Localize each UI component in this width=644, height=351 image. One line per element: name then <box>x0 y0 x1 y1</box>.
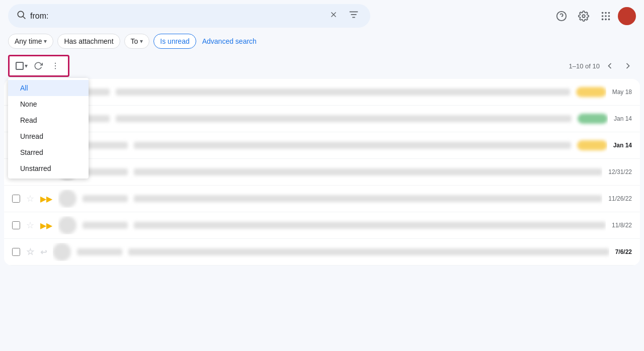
email-checkbox[interactable] <box>12 248 20 256</box>
email-list-wrapper: ☆ May 18 ☆ Jan 14 ★ ▶▶ <box>0 79 644 266</box>
email-checkbox[interactable] <box>12 195 20 203</box>
svg-point-18 <box>608 18 610 20</box>
email-date: Jan 14 <box>613 142 632 149</box>
sender-avatar <box>53 243 71 261</box>
email-date: 11/8/22 <box>612 222 632 229</box>
email-subject <box>128 248 609 255</box>
star-icon[interactable]: ☆ <box>26 193 34 204</box>
svg-point-20 <box>55 65 56 66</box>
dropdown-item-read[interactable]: Read <box>8 112 89 128</box>
to-arrow-icon: ▾ <box>140 38 143 45</box>
svg-point-17 <box>605 18 607 20</box>
email-tag <box>577 140 607 150</box>
more-options-button[interactable] <box>49 59 62 72</box>
email-subject <box>116 89 570 96</box>
settings-button[interactable] <box>574 6 594 26</box>
any-time-label: Any time <box>15 37 42 45</box>
dropdown-item-none[interactable]: None <box>8 96 89 112</box>
email-row[interactable]: ☆ Jan 14 <box>4 106 640 132</box>
has-attachment-chip[interactable]: Has attachment <box>57 34 120 49</box>
email-row[interactable]: ☆ ▶▶ 11/8/22 <box>4 212 640 239</box>
email-tag <box>576 87 606 97</box>
checkbox-wrapper[interactable]: ▾ <box>16 62 28 70</box>
email-subject <box>134 142 571 149</box>
forward-icon: ▶▶ <box>40 221 52 230</box>
email-checkbox[interactable] <box>12 221 20 229</box>
email-subject <box>116 115 572 122</box>
top-right-icons <box>551 6 636 26</box>
svg-point-15 <box>608 15 610 17</box>
avatar-button[interactable] <box>618 7 636 25</box>
svg-point-19 <box>55 63 56 64</box>
has-attachment-label: Has attachment <box>64 37 113 45</box>
search-icon <box>16 10 26 22</box>
prev-page-button[interactable] <box>602 58 618 74</box>
next-page-button[interactable] <box>620 58 636 74</box>
star-icon[interactable]: ☆ <box>26 220 34 231</box>
dropdown-item-all[interactable]: All <box>8 80 89 96</box>
sender-name <box>77 248 122 255</box>
sender-name <box>83 168 128 176</box>
email-content <box>40 83 606 101</box>
advanced-search-link[interactable]: Advanced search <box>200 34 259 48</box>
email-row[interactable]: ☆ ▶▶ 11/26/22 <box>4 186 640 212</box>
email-row[interactable]: ☆ May 18 <box>4 79 640 106</box>
svg-line-1 <box>23 17 26 19</box>
toolbar-area: ▾ All None Read Unread Starred Unstarred… <box>0 53 644 79</box>
email-content <box>58 216 606 234</box>
email-tag <box>578 114 608 124</box>
sender-avatar <box>58 190 76 208</box>
any-time-arrow-icon: ▾ <box>44 38 47 45</box>
svg-point-0 <box>18 11 24 17</box>
svg-point-10 <box>602 12 604 14</box>
sender-name <box>83 195 128 202</box>
refresh-button[interactable] <box>32 59 45 72</box>
sender-avatar <box>58 216 76 234</box>
email-subject <box>134 195 602 202</box>
email-subject <box>134 222 606 229</box>
reply-icon: ↩ <box>40 247 47 257</box>
pagination: 1–10 of 10 <box>569 58 636 74</box>
email-date: 11/26/22 <box>608 195 632 202</box>
svg-point-13 <box>602 15 604 17</box>
filter-chips-row: Any time ▾ Has attachment To ▾ Is unread… <box>0 32 644 53</box>
email-content <box>58 163 602 181</box>
email-row[interactable]: ☆ ▶▶ 12/31/22 <box>4 159 640 186</box>
any-time-chip[interactable]: Any time ▾ <box>8 34 53 49</box>
to-label: To <box>131 37 138 45</box>
email-row[interactable]: ☆ ↩ 7/6/22 <box>4 239 640 266</box>
is-unread-label: Is unread <box>160 37 189 45</box>
svg-point-12 <box>608 12 610 14</box>
email-subject <box>134 168 602 176</box>
select-all-checkbox[interactable] <box>16 62 24 70</box>
email-date: Jan 14 <box>614 115 632 122</box>
to-chip[interactable]: To ▾ <box>124 34 150 49</box>
select-dropdown-menu: All None Read Unread Starred Unstarred <box>8 78 89 179</box>
is-unread-chip[interactable]: Is unread <box>153 34 196 49</box>
svg-point-16 <box>602 18 604 20</box>
dropdown-item-unstarred[interactable]: Unstarred <box>8 160 89 177</box>
email-row[interactable]: ★ ▶▶ Jan 14 <box>4 132 640 159</box>
email-content <box>58 190 602 208</box>
search-clear-button[interactable] <box>326 9 341 23</box>
search-input-value: from: <box>30 12 322 21</box>
apps-button[interactable] <box>596 6 616 26</box>
search-options-button[interactable] <box>345 8 362 24</box>
star-icon[interactable]: ☆ <box>26 246 34 257</box>
email-date: 12/31/22 <box>608 168 632 176</box>
help-button[interactable] <box>551 6 572 26</box>
pagination-range: 1–10 of 10 <box>569 62 600 70</box>
checkbox-dropdown-arrow-icon[interactable]: ▾ <box>25 62 28 69</box>
svg-point-11 <box>605 12 607 14</box>
email-content <box>58 136 607 154</box>
svg-point-9 <box>582 15 585 18</box>
search-bar: from: <box>8 4 370 28</box>
search-bar-container: from: <box>0 0 644 32</box>
sender-name <box>83 142 128 149</box>
dropdown-item-starred[interactable]: Starred <box>8 144 89 160</box>
dropdown-item-unread[interactable]: Unread <box>8 128 89 144</box>
email-list: ☆ May 18 ☆ Jan 14 ★ ▶▶ <box>4 79 640 266</box>
svg-point-21 <box>55 68 56 69</box>
email-date: May 18 <box>612 89 632 96</box>
forward-icon: ▶▶ <box>40 194 52 204</box>
